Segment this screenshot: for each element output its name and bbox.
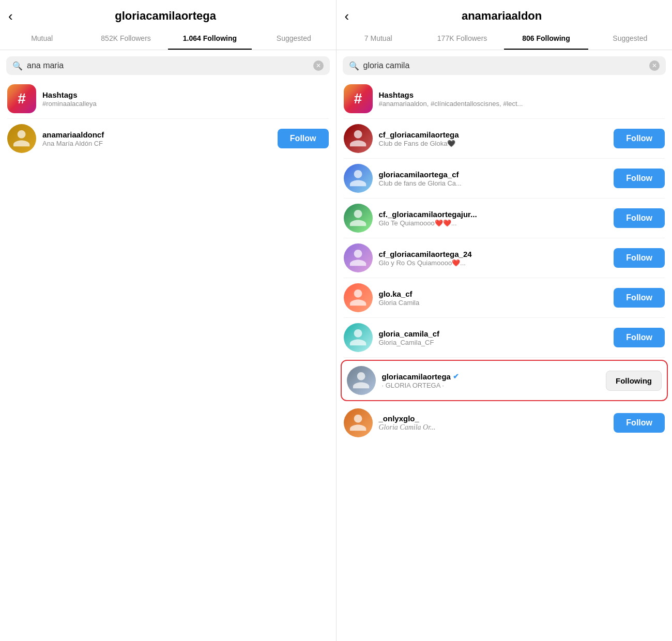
person-icon: [344, 323, 373, 352]
username-text: gloria_camila_cf: [379, 329, 440, 338]
avatar: #: [344, 84, 373, 113]
item-subtitle: · GLORIA ORTEGA ·: [382, 381, 600, 389]
back-button[interactable]: ‹: [8, 9, 13, 23]
follow-button[interactable]: Follow: [614, 208, 665, 228]
list-item[interactable]: cf_gloriacamilaortegaClub de Fans de Glo…: [337, 119, 673, 158]
avatar: [7, 124, 36, 153]
person-icon: [347, 366, 376, 395]
results-list: #Hashtags#anamariaaldon, #clínicadentall…: [337, 79, 673, 641]
search-clear-button[interactable]: ✕: [649, 60, 660, 71]
search-icon: 🔍: [349, 61, 359, 71]
item-username: gloriacamilaortega ✔: [382, 372, 600, 381]
item-username: cf_gloriacamilaortega_24: [379, 250, 608, 258]
tab-3[interactable]: Suggested: [252, 28, 335, 50]
list-item[interactable]: #Hashtags#rominaalacalleya: [0, 79, 336, 118]
search-bar: 🔍✕: [343, 56, 666, 75]
follow-button[interactable]: Follow: [614, 129, 665, 148]
item-info: Hashtags#anamariaaldon, #clínicadentallo…: [379, 90, 665, 108]
search-clear-button[interactable]: ✕: [313, 60, 324, 71]
panel-right: ‹anamariaaldon7 Mutual177K Followers806 …: [337, 0, 673, 641]
item-info: Hashtags#rominaalacalleya: [42, 90, 329, 108]
username-text: gloriacamilaortega: [382, 372, 451, 381]
list-item[interactable]: gloriacamilaortega ✔· GLORIA ORTEGA ·Fol…: [341, 360, 668, 401]
person-icon: [344, 204, 373, 233]
item-username: Hashtags: [42, 90, 329, 99]
item-subtitle: Gloria Camila: [379, 299, 608, 307]
username-text: Hashtags: [42, 90, 78, 99]
avatar: #: [7, 84, 36, 113]
back-button[interactable]: ‹: [345, 9, 349, 23]
list-item[interactable]: #Hashtags#anamariaaldon, #clínicadentall…: [337, 79, 673, 118]
item-username: gloria_camila_cf: [379, 329, 608, 338]
follow-button[interactable]: Follow: [278, 129, 329, 148]
item-subtitle: #anamariaaldon, #clínicadentalloscisnes,…: [379, 100, 665, 108]
avatar: [344, 323, 373, 352]
tab-3[interactable]: Suggested: [588, 28, 672, 50]
item-subtitle: Gloria Camila Or...: [379, 423, 608, 432]
search-bar: 🔍✕: [6, 56, 330, 75]
item-subtitle: Gloria_Camila_CF: [379, 339, 608, 346]
list-item[interactable]: anamariaaldoncfAna María Aldón CFFollow: [0, 119, 336, 158]
list-item[interactable]: cf._gloriacamilaortegajur...Glo Te Quiam…: [337, 199, 673, 238]
avatar: [344, 243, 373, 272]
item-info: gloriacamilaortega ✔· GLORIA ORTEGA ·: [382, 372, 600, 389]
tab-1[interactable]: 852K Followers: [84, 28, 167, 50]
item-info: glo.ka_cfGloria Camila: [379, 289, 608, 307]
item-info: cf_gloriacamilaortegaClub de Fans de Glo…: [379, 130, 608, 147]
panel-header: ‹gloriacamilaortega: [0, 0, 336, 28]
tab-1[interactable]: 177K Followers: [420, 28, 504, 50]
person-icon: [344, 283, 373, 312]
tab-2[interactable]: 1.064 Following: [168, 28, 252, 50]
item-username: _onlyxglo_: [379, 414, 608, 423]
username-text: cf_gloriacamilaortega_24: [379, 250, 472, 258]
panel-title: anamariaaldon: [355, 9, 648, 23]
list-item[interactable]: glo.ka_cfGloria CamilaFollow: [337, 278, 673, 317]
person-icon: [7, 124, 36, 153]
panel-title: gloriacamilaortega: [19, 9, 312, 23]
tab-2[interactable]: 806 Following: [504, 28, 588, 50]
panel-header: ‹anamariaaldon: [337, 0, 673, 28]
avatar: [344, 204, 373, 233]
follow-button[interactable]: Follow: [614, 288, 665, 308]
list-item[interactable]: _onlyxglo_Gloria Camila Or...Follow: [337, 403, 673, 442]
follow-button[interactable]: Follow: [614, 248, 665, 268]
username-text: gloriacamilaortega_cf: [379, 170, 459, 179]
avatar: [344, 408, 373, 437]
item-info: gloria_camila_cfGloria_Camila_CF: [379, 329, 608, 346]
list-item[interactable]: cf_gloriacamilaortega_24Glo y Ro Os Quia…: [337, 238, 673, 278]
item-username: cf._gloriacamilaortegajur...: [379, 210, 608, 219]
avatar: [344, 124, 373, 153]
username-text: cf._gloriacamilaortegajur...: [379, 210, 477, 219]
item-info: gloriacamilaortega_cfClub de fans de Glo…: [379, 170, 608, 187]
tab-0[interactable]: 7 Mutual: [337, 28, 420, 50]
panel-left: ‹gloriacamilaortegaMutual852K Followers1…: [0, 0, 337, 641]
search-icon: 🔍: [12, 61, 23, 71]
tab-0[interactable]: Mutual: [0, 28, 84, 50]
avatar: [344, 283, 373, 312]
results-list: #Hashtags#rominaalacalleya anamariaaldon…: [0, 79, 336, 641]
item-subtitle: Ana María Aldón CF: [42, 140, 271, 147]
item-info: cf._gloriacamilaortegajur...Glo Te Quiam…: [379, 210, 608, 227]
following-button[interactable]: Following: [606, 371, 662, 391]
hashtag-icon: #: [18, 90, 26, 107]
person-icon: [344, 243, 373, 272]
avatar: [344, 164, 373, 193]
person-icon: [344, 124, 373, 153]
username-text: anamariaaldoncf: [42, 130, 104, 139]
username-text: glo.ka_cf: [379, 289, 413, 298]
item-username: anamariaaldoncf: [42, 130, 271, 139]
person-icon: [344, 164, 373, 193]
item-username: glo.ka_cf: [379, 289, 608, 298]
search-input[interactable]: [27, 61, 309, 70]
item-info: anamariaaldoncfAna María Aldón CF: [42, 130, 271, 147]
follow-button[interactable]: Follow: [614, 413, 665, 433]
item-subtitle: Club de Fans de Gloka🖤: [379, 140, 608, 147]
list-item[interactable]: gloria_camila_cfGloria_Camila_CFFollow: [337, 318, 673, 357]
follow-button[interactable]: Follow: [614, 328, 665, 347]
list-divider: [344, 357, 665, 358]
follow-button[interactable]: Follow: [614, 169, 665, 188]
search-input[interactable]: [363, 61, 646, 70]
verified-badge: ✔: [453, 372, 459, 380]
list-item[interactable]: gloriacamilaortega_cfClub de fans de Glo…: [337, 159, 673, 198]
item-info: _onlyxglo_Gloria Camila Or...: [379, 414, 608, 432]
